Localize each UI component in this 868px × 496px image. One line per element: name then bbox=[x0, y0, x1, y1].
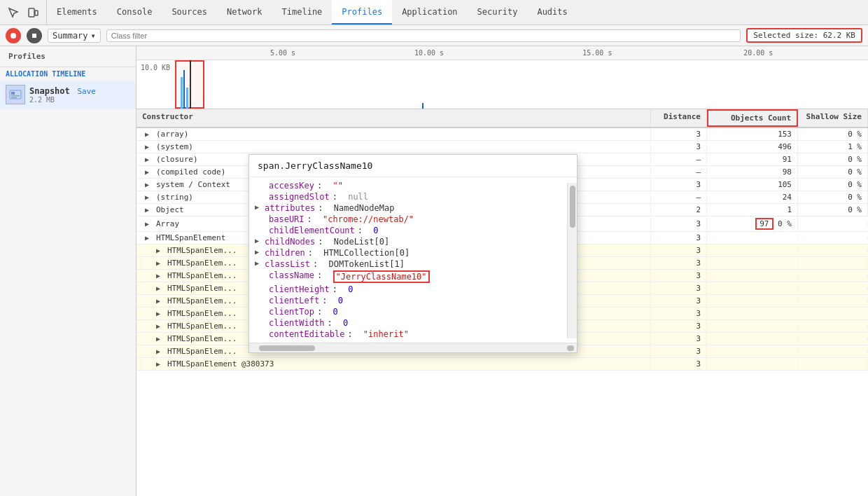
tab-security[interactable]: Security bbox=[468, 0, 528, 25]
td-shallow bbox=[798, 249, 868, 252]
expand-arrow[interactable]: ▶ bbox=[156, 360, 164, 368]
expand-arrow[interactable]: ▶ bbox=[156, 259, 164, 267]
tooltip-row[interactable]: clientTop : 0 bbox=[249, 306, 577, 317]
snapshot-name: Snapshot bbox=[29, 86, 70, 96]
tooltip-title: span.JerryClassName10 bbox=[249, 155, 577, 177]
tooltip-horizontal-scrollbar[interactable] bbox=[249, 343, 577, 352]
tooltip-row[interactable]: assignedSlot : null bbox=[249, 191, 577, 202]
constructor-label: system / Context bbox=[156, 180, 230, 189]
tooltip-row[interactable]: accessKey : "" bbox=[249, 180, 577, 191]
expand-arrow[interactable]: ▶ bbox=[156, 247, 164, 254]
constructor-label: HTMLSpanElem... bbox=[167, 271, 237, 280]
tooltip-key: clientLeft bbox=[269, 296, 319, 305]
ruler-tick-15s: 15.00 s bbox=[582, 49, 612, 57]
constructor-label: HTMLSpanElem... bbox=[167, 246, 237, 255]
expand-arrow[interactable]: ▶ bbox=[156, 347, 164, 355]
svg-rect-6 bbox=[11, 95, 20, 97]
td-objects bbox=[707, 237, 798, 240]
tooltip-row[interactable]: childElementCount : 0 bbox=[249, 225, 577, 236]
tooltip-colon: : bbox=[318, 203, 323, 213]
snapshot-save-link[interactable]: Save bbox=[77, 87, 96, 96]
expand-arrow[interactable]: ▶ bbox=[156, 297, 164, 305]
th-distance[interactable]: Distance bbox=[651, 109, 707, 127]
td-constructor: ▶ (array) bbox=[136, 128, 651, 140]
tooltip-row[interactable]: ▶ attributes : NamedNodeMap bbox=[249, 202, 577, 214]
tab-elements[interactable]: Elements bbox=[47, 0, 107, 25]
tooltip-key: children bbox=[265, 248, 305, 258]
expand-arrow[interactable]: ▶ bbox=[145, 168, 153, 176]
table-row[interactable]: ▶ (array) 3 153 0 % bbox=[136, 128, 868, 141]
expand-arrow[interactable]: ▶ bbox=[145, 220, 153, 228]
expand-arrow[interactable]: ▶ bbox=[156, 272, 164, 280]
td-distance: 3 bbox=[651, 282, 707, 294]
tooltip-colon: : bbox=[317, 307, 322, 317]
td-distance: 3 bbox=[651, 308, 707, 319]
class-filter-input[interactable] bbox=[106, 29, 741, 42]
expand-arrow[interactable]: ▶ bbox=[145, 181, 153, 188]
device-icon[interactable] bbox=[25, 5, 41, 20]
td-shallow bbox=[798, 312, 868, 315]
chevron-down-icon: ▾ bbox=[91, 31, 96, 41]
tab-audits[interactable]: Audits bbox=[527, 0, 577, 25]
sidebar-section-label: ALLOCATION TIMELINE bbox=[0, 67, 136, 81]
table-row[interactable]: ▶ (system) 3 496 1 % bbox=[136, 141, 868, 153]
tooltip-row[interactable]: contentEditable : "inherit" bbox=[249, 329, 577, 340]
tooltip-row[interactable]: baseURI : "chrome://newtab/" bbox=[249, 214, 577, 225]
inspect-icon[interactable] bbox=[6, 5, 21, 20]
td-distance: 3 bbox=[651, 358, 707, 370]
constructor-label: HTMLSpanElement @380373 bbox=[167, 359, 274, 368]
constructor-label: Array bbox=[156, 219, 179, 228]
expand-arrow[interactable]: ▶ bbox=[145, 193, 153, 201]
th-objects-count[interactable]: Objects Count bbox=[707, 109, 798, 127]
tooltip-body[interactable]: accessKey : "" assignedSlot : null ▶ att… bbox=[249, 177, 577, 343]
th-shallow-size[interactable]: Shallow Size bbox=[798, 109, 868, 127]
constructor-label: HTMLSpanElem... bbox=[167, 322, 237, 331]
summary-dropdown[interactable]: Summary ▾ bbox=[48, 29, 101, 43]
expand-arrow[interactable]: ▶ bbox=[145, 206, 153, 214]
expand-arrow[interactable]: ▶ bbox=[145, 156, 153, 163]
tooltip-row[interactable]: clientHeight : 0 bbox=[249, 284, 577, 295]
tab-network[interactable]: Network bbox=[217, 0, 272, 25]
table-row[interactable]: ▶ HTMLSpanElement @380373 3 bbox=[136, 358, 868, 371]
tooltip-row[interactable]: ▶ children : HTMLCollection[0] bbox=[249, 247, 577, 259]
tooltip-row[interactable]: ▶ childNodes : NodeList[0] bbox=[249, 236, 577, 247]
tooltip-expand-arrow[interactable]: ▶ bbox=[255, 203, 259, 211]
tab-timeline[interactable]: Timeline bbox=[272, 0, 332, 25]
tooltip-expand-arrow[interactable]: ▶ bbox=[255, 248, 259, 256]
expand-arrow[interactable]: ▶ bbox=[145, 234, 153, 242]
tooltip-colon: : bbox=[308, 248, 313, 258]
tooltip-row[interactable]: ▶ classList : DOMTokenList[1] bbox=[249, 259, 577, 270]
top-nav: Elements Console Sources Network Timelin… bbox=[0, 0, 868, 25]
td-shallow: 0 % bbox=[798, 191, 868, 203]
stop-button[interactable] bbox=[27, 28, 42, 43]
expand-arrow[interactable]: ▶ bbox=[145, 143, 153, 151]
tooltip-scrollbar-thumb[interactable] bbox=[570, 186, 575, 228]
tooltip-row[interactable]: clientWidth : 0 bbox=[249, 317, 577, 329]
nav-icons bbox=[0, 0, 47, 25]
td-distance: 3 bbox=[651, 141, 707, 153]
tooltip-expand-arrow[interactable]: ▶ bbox=[255, 259, 259, 267]
expand-arrow[interactable]: ▶ bbox=[156, 310, 164, 317]
tooltip-row[interactable]: className : "JerryClassName10" bbox=[249, 270, 577, 284]
record-button[interactable] bbox=[6, 28, 21, 43]
tooltip-row[interactable]: clientLeft : 0 bbox=[249, 295, 577, 306]
td-objects bbox=[707, 363, 798, 366]
tooltip-colon: : bbox=[317, 181, 322, 191]
td-shallow bbox=[798, 262, 868, 265]
timeline-chart[interactable]: 5.00 s 10.00 s 15.00 s 20.00 s 10.0 KB bbox=[136, 46, 868, 109]
tooltip-colon: : bbox=[347, 329, 352, 339]
expand-arrow[interactable]: ▶ bbox=[156, 322, 164, 330]
snapshot-item[interactable]: Snapshot Save 2.2 MB bbox=[0, 81, 136, 109]
th-constructor[interactable]: Constructor bbox=[136, 109, 651, 127]
tab-console[interactable]: Console bbox=[107, 0, 162, 25]
tab-application[interactable]: Application bbox=[392, 0, 467, 25]
td-distance: 3 bbox=[651, 345, 707, 357]
expand-arrow[interactable]: ▶ bbox=[156, 284, 164, 292]
td-shallow bbox=[798, 300, 868, 303]
tooltip-expand-arrow[interactable]: ▶ bbox=[255, 237, 259, 244]
expand-arrow[interactable]: ▶ bbox=[156, 335, 164, 343]
tab-sources[interactable]: Sources bbox=[162, 0, 217, 25]
expand-arrow[interactable]: ▶ bbox=[145, 130, 153, 138]
tooltip-scrollbar[interactable] bbox=[567, 183, 577, 338]
tab-profiles[interactable]: Profiles bbox=[332, 0, 392, 25]
